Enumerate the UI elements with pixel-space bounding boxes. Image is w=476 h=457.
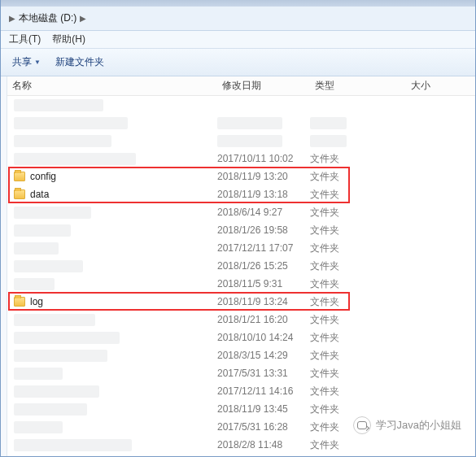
cell-type: 文件夹 xyxy=(310,403,406,416)
address-drive[interactable]: 本地磁盘 (D:) xyxy=(19,11,76,25)
file-name: log xyxy=(30,296,43,307)
cell-name xyxy=(7,332,217,344)
share-button[interactable]: 共享 ▼ xyxy=(12,55,41,69)
table-row[interactable]: 2017/12/11 14:16文件夹 xyxy=(7,382,475,400)
redacted-name xyxy=(14,350,107,362)
table-row[interactable]: 2018/1/26 19:58文件夹 xyxy=(7,221,475,239)
cell-name xyxy=(7,117,217,129)
cell-date: 2018/10/10 14:24 xyxy=(217,332,310,343)
table-row[interactable] xyxy=(7,114,475,132)
table-row[interactable]: 2017/10/11 10:02文件夹 xyxy=(7,150,475,168)
cell-name xyxy=(7,403,217,416)
cell-type: 文件夹 xyxy=(310,259,406,273)
cell-name: config xyxy=(7,171,217,182)
menu-tools[interactable]: 工具(T) xyxy=(9,33,41,46)
redacted-name xyxy=(14,368,63,380)
table-row[interactable]: data2018/11/9 13:18文件夹 xyxy=(7,185,475,203)
cell-type: 文件夹 xyxy=(310,295,406,309)
file-name: config xyxy=(30,171,56,182)
table-row[interactable]: 2018/11/9 13:45文件夹 xyxy=(7,400,475,418)
cell-name xyxy=(7,153,217,165)
file-list: 名称 修改日期 类型 大小 2017/10/11 10:02文件夹config2… xyxy=(7,76,475,456)
redacted-name xyxy=(14,135,111,147)
redacted-type xyxy=(310,135,347,147)
cell-name xyxy=(7,439,217,451)
titlebar[interactable] xyxy=(1,0,475,7)
cell-type: 文件夹 xyxy=(310,438,406,452)
table-row[interactable] xyxy=(7,96,475,114)
cell-date: 2017/12/11 14:16 xyxy=(217,385,310,397)
table-row[interactable]: 2018/1/21 16:20文件夹 xyxy=(7,311,475,329)
cell-name xyxy=(7,242,217,255)
folder-icon xyxy=(14,297,25,307)
table-row[interactable]: 2018/3/15 14:29文件夹 xyxy=(7,346,475,364)
cell-name xyxy=(7,135,217,147)
table-row[interactable]: 2018/1/26 15:25文件夹 xyxy=(7,257,475,275)
new-folder-button[interactable]: 新建文件夹 xyxy=(55,55,104,69)
redacted-name xyxy=(14,314,95,326)
table-row[interactable]: 2018/2/8 11:48文件夹 xyxy=(7,436,475,454)
cell-date: 2017/5/31 13:31 xyxy=(217,368,310,379)
redacted-name xyxy=(14,242,59,255)
cell-date: 2018/11/9 13:45 xyxy=(217,403,310,415)
cell-name xyxy=(7,314,217,326)
header-name[interactable]: 名称 xyxy=(7,79,217,93)
cell-type: 文件夹 xyxy=(310,349,406,363)
header-type[interactable]: 类型 xyxy=(310,79,406,93)
table-row[interactable]: 2018/4/17 9:44文件夹 xyxy=(7,454,475,456)
redacted-date xyxy=(217,135,282,147)
table-row[interactable]: 2018/6/14 9:27文件夹 xyxy=(7,203,475,221)
cell-date: 2018/1/21 16:20 xyxy=(217,314,310,325)
table-row[interactable]: config2018/11/9 13:20文件夹 xyxy=(7,168,475,185)
cell-name xyxy=(7,99,217,111)
table-row[interactable]: 2018/10/10 14:24文件夹 xyxy=(7,329,475,346)
table-row[interactable]: 2018/11/5 9:31文件夹 xyxy=(7,275,475,293)
content-area: 名称 修改日期 类型 大小 2017/10/11 10:02文件夹config2… xyxy=(1,76,475,456)
cell-date: 2018/3/15 14:29 xyxy=(217,350,310,361)
cell-type: 文件夹 xyxy=(310,277,406,291)
cell-type xyxy=(310,135,406,147)
cell-type: 文件夹 xyxy=(310,367,406,381)
folder-icon xyxy=(14,189,25,199)
redacted-type xyxy=(310,117,347,129)
table-row[interactable]: 2017/5/31 13:31文件夹 xyxy=(7,364,475,382)
cell-date: 2018/2/8 11:48 xyxy=(217,439,310,450)
cell-type: 文件夹 xyxy=(310,188,406,202)
new-folder-label: 新建文件夹 xyxy=(55,55,104,69)
address-bar[interactable]: ▶ 本地磁盘 (D:) ▶ xyxy=(1,7,475,31)
header-size[interactable]: 大小 xyxy=(406,79,463,93)
cell-date: 2018/1/26 19:58 xyxy=(217,224,310,236)
redacted-name xyxy=(14,99,103,111)
cell-date: 2018/6/14 9:27 xyxy=(217,207,310,218)
menu-bar: 工具(T) 帮助(H) xyxy=(1,31,475,49)
cell-name: data xyxy=(7,189,217,200)
cell-date: 2018/11/9 13:24 xyxy=(217,296,310,307)
table-row[interactable] xyxy=(7,132,475,150)
redacted-name xyxy=(14,207,91,219)
redacted-name xyxy=(14,403,87,416)
redacted-name xyxy=(14,278,55,290)
table-row[interactable]: log2018/11/9 13:24文件夹 xyxy=(7,293,475,311)
redacted-name xyxy=(14,421,63,433)
cell-date xyxy=(217,135,310,147)
redacted-name xyxy=(14,153,136,165)
cell-type: 文件夹 xyxy=(310,206,406,220)
cell-date: 2018/11/9 13:20 xyxy=(217,171,310,182)
chevron-icon: ▶ xyxy=(80,14,86,23)
file-name: data xyxy=(30,189,49,200)
share-label: 共享 xyxy=(12,55,32,69)
cell-date xyxy=(217,117,310,129)
cell-name xyxy=(7,350,217,362)
cell-name xyxy=(7,368,217,380)
nav-pane[interactable] xyxy=(1,76,7,456)
cell-date: 2018/11/9 13:18 xyxy=(217,189,310,200)
cell-type: 文件夹 xyxy=(310,170,406,184)
cell-name xyxy=(7,385,217,398)
cell-type: 文件夹 xyxy=(310,331,406,345)
cell-type: 文件夹 xyxy=(310,152,406,166)
redacted-name xyxy=(14,117,128,129)
menu-help[interactable]: 帮助(H) xyxy=(52,33,85,46)
explorer-window: ▶ 本地磁盘 (D:) ▶ 工具(T) 帮助(H) 共享 ▼ 新建文件夹 名称 … xyxy=(0,0,476,457)
header-date[interactable]: 修改日期 xyxy=(217,79,310,93)
table-row[interactable]: 2017/12/11 17:07文件夹 xyxy=(7,239,475,257)
